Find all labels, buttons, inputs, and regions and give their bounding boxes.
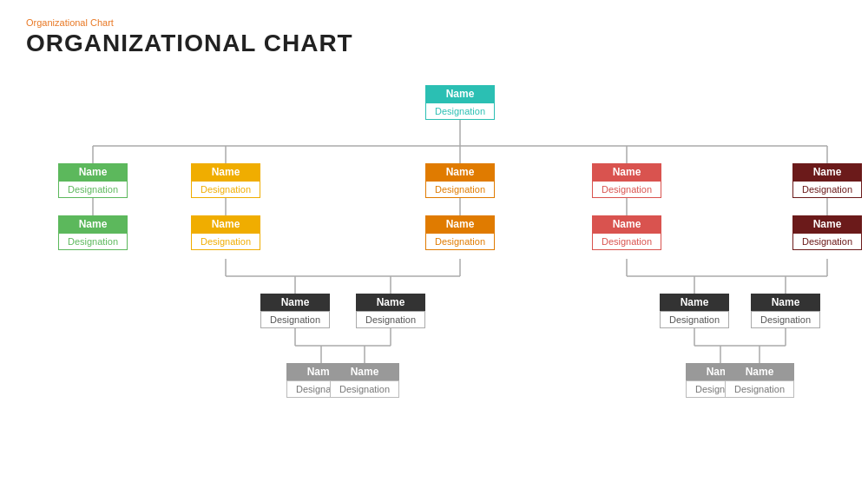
node-l2-4-designation: Designation [592, 233, 661, 250]
node-l1-1-name: Name [58, 163, 128, 181]
node-l2-5: Name Designation [792, 215, 862, 250]
node-l3-2-name: Name [356, 294, 425, 311]
node-l3-3: Name Designation [660, 294, 729, 328]
node-l1-2-name: Name [191, 163, 260, 181]
node-l2-1-name: Name [58, 215, 128, 233]
node-l2-5-designation: Designation [792, 233, 862, 250]
node-l1-1: Name Designation [58, 163, 128, 198]
node-l2-1: Name Designation [58, 215, 128, 250]
node-l2-3-designation: Designation [425, 233, 495, 250]
node-l4-2-designation: Designation [330, 380, 399, 398]
node-l3-2: Name Designation [356, 294, 425, 328]
node-l1-4-designation: Designation [592, 181, 661, 198]
node-l3-3-name: Name [660, 294, 729, 311]
node-l2-2-name: Name [191, 215, 260, 233]
node-l1-5-name: Name [792, 163, 862, 181]
node-l3-4-designation: Designation [751, 311, 820, 328]
node-l1-1-designation: Designation [58, 181, 128, 198]
node-l3-1-designation: Designation [260, 311, 330, 328]
connectors-svg [26, 69, 842, 469]
node-l2-4: Name Designation [592, 215, 661, 250]
node-l1-4: Name Designation [592, 163, 661, 198]
node-l1-2-designation: Designation [191, 181, 260, 198]
node-root-name: Name [425, 85, 495, 102]
node-l4-4: Name Designation [725, 363, 794, 398]
node-l1-5: Name Designation [792, 163, 862, 198]
node-l3-4: Name Designation [751, 294, 820, 328]
node-l2-1-designation: Designation [58, 233, 128, 250]
node-l3-2-designation: Designation [356, 311, 425, 328]
node-l1-3-designation: Designation [425, 181, 495, 198]
node-l1-3: Name Designation [425, 163, 495, 198]
node-l2-2: Name Designation [191, 215, 260, 250]
node-l1-3-name: Name [425, 163, 495, 181]
node-l1-2: Name Designation [191, 163, 260, 198]
page: Organizational Chart ORGANIZATIONAL CHAR… [0, 0, 868, 489]
node-l3-3-designation: Designation [660, 311, 729, 328]
chart-area: Name Designation Name Designation Name D… [26, 69, 842, 469]
node-root: Name Designation [425, 85, 495, 120]
node-root-designation: Designation [425, 102, 495, 120]
node-l3-1-name: Name [260, 294, 330, 311]
node-l3-1: Name Designation [260, 294, 330, 328]
node-l2-4-name: Name [592, 215, 661, 233]
node-l2-5-name: Name [792, 215, 862, 233]
node-l4-4-designation: Designation [725, 380, 794, 398]
node-l4-2: Name Designation [330, 363, 399, 398]
node-l2-3: Name Designation [425, 215, 495, 250]
node-l1-4-name: Name [592, 163, 661, 181]
node-l2-3-name: Name [425, 215, 495, 233]
main-title: ORGANIZATIONAL CHART [26, 30, 842, 57]
node-l4-4-name: Name [725, 363, 794, 380]
node-l1-5-designation: Designation [792, 181, 862, 198]
node-l3-4-name: Name [751, 294, 820, 311]
node-l2-2-designation: Designation [191, 233, 260, 250]
node-l4-2-name: Name [330, 363, 399, 380]
subtitle: Organizational Chart [26, 17, 842, 28]
